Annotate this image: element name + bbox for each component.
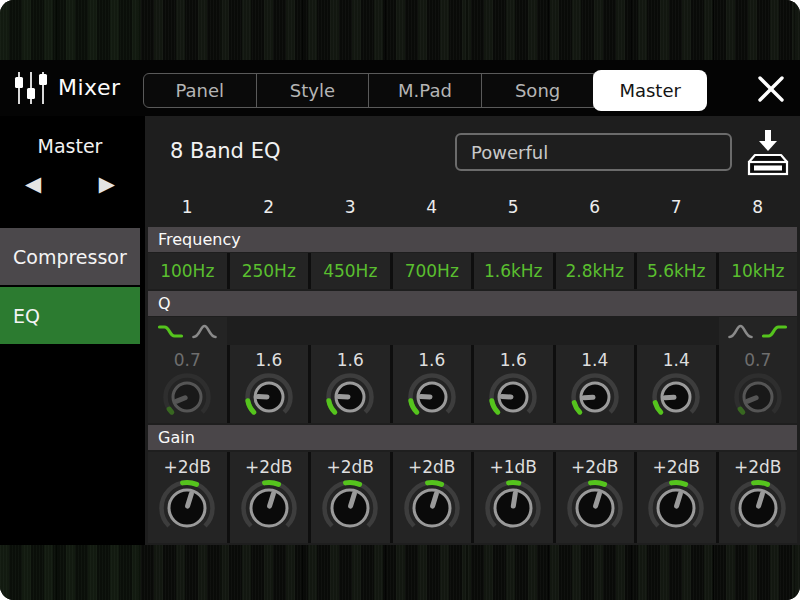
frequency-value[interactable]: 1.6kHz: [474, 253, 553, 289]
gain-value: +2dB: [652, 456, 700, 478]
q-value: 0.7: [744, 349, 771, 371]
gain-cell: +2dB: [719, 452, 798, 543]
band-number: 3: [311, 190, 390, 224]
preset-selector[interactable]: Powerful: [455, 133, 732, 171]
q-knob-6[interactable]: [570, 372, 620, 422]
background-texture-bottom: [0, 545, 800, 600]
q-cell: 0.7: [719, 345, 798, 423]
frequency-section-header: Frequency: [148, 227, 797, 252]
next-arrow-icon[interactable]: ▶: [99, 174, 115, 195]
tab-bar: Panel Style M.Pad Song Master: [143, 73, 707, 108]
frequency-value[interactable]: 250Hz: [230, 253, 309, 289]
gain-section-header: Gain: [148, 425, 797, 450]
band-number: 6: [556, 190, 635, 224]
frequency-value[interactable]: 2.8kHz: [556, 253, 635, 289]
gain-value: +2dB: [245, 456, 293, 478]
q-cell: 1.4: [637, 345, 716, 423]
gain-knob-2[interactable]: [240, 479, 298, 537]
gain-knob-4[interactable]: [403, 479, 461, 537]
eq-panel: 8 Band EQ Powerful 1 2 3 4 5 6 7 8 Frequ…: [145, 116, 800, 545]
band-number: 5: [474, 190, 553, 224]
gain-knob-5[interactable]: [484, 479, 542, 537]
q-cell: 1.6: [230, 345, 309, 423]
gain-cell: +2dB: [230, 452, 309, 543]
gain-value: +2dB: [326, 456, 374, 478]
peak-icon[interactable]: [727, 323, 754, 340]
q-section-header: Q: [148, 291, 797, 316]
q-cell: 1.4: [556, 345, 635, 423]
q-knob-1[interactable]: [162, 372, 212, 422]
background-texture-top: [0, 0, 800, 60]
gain-cell: +2dB: [393, 452, 472, 543]
high-shelf-icon[interactable]: [761, 323, 788, 340]
tab-panel[interactable]: Panel: [144, 74, 257, 107]
frequency-value[interactable]: 700Hz: [393, 253, 472, 289]
gain-knob-8[interactable]: [729, 479, 787, 537]
q-value: 0.7: [174, 349, 201, 371]
close-button[interactable]: [755, 74, 787, 104]
band-number: 8: [719, 190, 798, 224]
sidebar-item-compressor[interactable]: Compressor: [0, 228, 140, 285]
gain-knob-1[interactable]: [158, 479, 216, 537]
frequency-value[interactable]: 450Hz: [311, 253, 390, 289]
tab-style[interactable]: Style: [257, 74, 370, 107]
gain-knob-3[interactable]: [321, 479, 379, 537]
band-number: 7: [637, 190, 716, 224]
page-title: 8 Band EQ: [170, 139, 280, 163]
sidebar-item-eq[interactable]: EQ: [0, 287, 140, 344]
q-value: 1.6: [500, 349, 527, 371]
gain-cell: +2dB: [556, 452, 635, 543]
save-button[interactable]: [745, 128, 791, 178]
q-value: 1.4: [581, 349, 608, 371]
q-knob-3[interactable]: [325, 372, 375, 422]
save-icon: [746, 129, 790, 177]
band-numbers: 1 2 3 4 5 6 7 8: [148, 190, 797, 224]
gain-value: +2dB: [571, 456, 619, 478]
part-selector-label: Master: [0, 116, 140, 157]
q-knob-4[interactable]: [407, 372, 457, 422]
gain-value: +2dB: [734, 456, 782, 478]
frequency-value[interactable]: 100Hz: [148, 253, 227, 289]
band-number: 2: [230, 190, 309, 224]
close-icon: [758, 76, 784, 102]
gain-value: +1dB: [489, 456, 537, 478]
sidebar: Master ◀ ▶ Compressor EQ: [0, 116, 140, 545]
screen: Mixer Panel Style M.Pad Song Master Mast…: [0, 0, 800, 600]
band8-filter-type: [719, 317, 798, 345]
frequency-value[interactable]: 10kHz: [719, 253, 798, 289]
q-knob-2[interactable]: [244, 372, 294, 422]
q-knob-5[interactable]: [488, 372, 538, 422]
q-knob-8[interactable]: [733, 372, 783, 422]
q-knob-7[interactable]: [651, 372, 701, 422]
tab-song[interactable]: Song: [482, 74, 595, 107]
part-selector: ◀ ▶: [0, 157, 140, 195]
band-number: 1: [148, 190, 227, 224]
q-cell: 1.6: [474, 345, 553, 423]
q-value: 1.4: [663, 349, 690, 371]
gain-knob-6[interactable]: [566, 479, 624, 537]
q-value: 1.6: [255, 349, 282, 371]
gain-knob-7[interactable]: [647, 479, 705, 537]
q-row: 0.7 1.6 1.6 1.6: [148, 317, 797, 423]
q-value: 1.6: [418, 349, 445, 371]
q-cell: 1.6: [393, 345, 472, 423]
gain-row: +2dB +2dB +2dB +2dB +1dB +2dB: [148, 452, 797, 543]
dialog-header: Mixer Panel Style M.Pad Song Master: [0, 60, 800, 116]
frequency-row: 100Hz 250Hz 450Hz 700Hz 1.6kHz 2.8kHz 5.…: [148, 253, 797, 289]
gain-cell: +2dB: [148, 452, 227, 543]
tab-master[interactable]: Master: [594, 71, 706, 110]
gain-value: +2dB: [408, 456, 456, 478]
q-cell: 0.7: [148, 345, 227, 423]
q-value: 1.6: [337, 349, 364, 371]
gain-cell: +2dB: [637, 452, 716, 543]
gain-cell: +1dB: [474, 452, 553, 543]
dialog-title: Mixer: [58, 60, 121, 116]
prev-arrow-icon[interactable]: ◀: [25, 174, 41, 195]
gain-cell: +2dB: [311, 452, 390, 543]
low-shelf-icon[interactable]: [157, 323, 184, 340]
frequency-value[interactable]: 5.6kHz: [637, 253, 716, 289]
mixer-faders-icon: [12, 70, 50, 110]
band-number: 4: [393, 190, 472, 224]
tab-mpad[interactable]: M.Pad: [369, 74, 482, 107]
peak-icon[interactable]: [191, 323, 218, 340]
